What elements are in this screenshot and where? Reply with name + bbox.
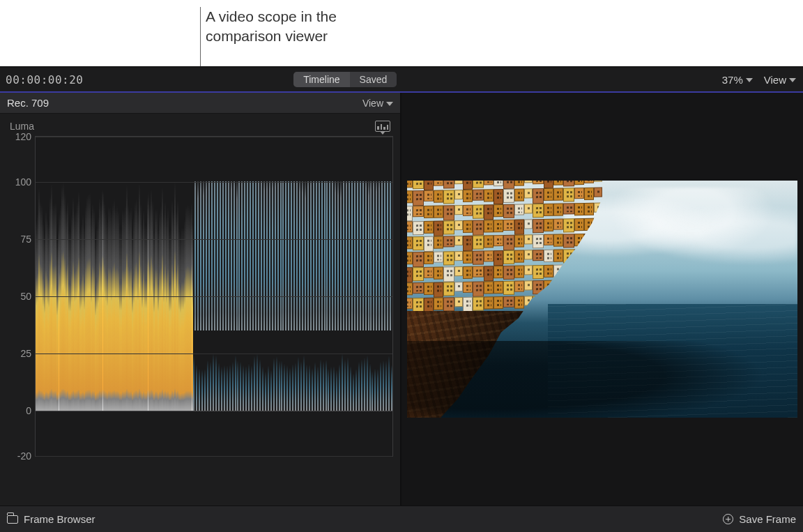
gridline xyxy=(36,239,392,240)
gridline xyxy=(36,354,392,354)
gridline xyxy=(36,137,392,137)
save-frame-label: Save Frame xyxy=(739,513,796,525)
frame-browser-label: Frame Browser xyxy=(24,513,95,525)
save-frame-button[interactable]: Save Frame xyxy=(723,513,796,525)
view-label: View xyxy=(764,74,786,86)
axis-tick-label: 50 xyxy=(20,291,31,302)
color-space-label: Rec. 709 xyxy=(7,97,49,109)
gridline xyxy=(36,411,392,411)
viewer-right-controls: 37% View xyxy=(722,74,796,86)
video-frame xyxy=(407,181,797,418)
zoom-dropdown[interactable]: 37% xyxy=(722,74,753,86)
axis-tick-label: -20 xyxy=(17,450,31,462)
chevron-down-icon xyxy=(746,78,753,82)
luma-waveform-scope: -200255075100120 xyxy=(35,136,393,457)
axis-tick-label: 120 xyxy=(15,131,31,142)
tab-timeline[interactable]: Timeline xyxy=(293,72,349,87)
view-dropdown[interactable]: View xyxy=(764,74,796,86)
viewer-panes: Rec. 709 View Luma -20025507510012 xyxy=(0,93,803,506)
viewer-titlebar: 00:00:00:20 Timeline Saved 37% View xyxy=(0,68,803,93)
scope-view-dropdown[interactable]: View xyxy=(362,98,393,109)
gridline xyxy=(36,296,392,297)
axis-tick-label: 100 xyxy=(15,176,31,188)
timecode-display: 00:00:00:20 xyxy=(6,73,131,86)
chevron-down-icon xyxy=(789,78,796,82)
gridline xyxy=(36,182,392,183)
axis-tick-label: 25 xyxy=(20,348,31,359)
frame-browser-icon xyxy=(7,515,18,524)
gridline xyxy=(36,456,392,457)
zoom-value: 37% xyxy=(722,74,743,86)
compare-mode-tabs: Timeline Saved xyxy=(293,72,397,87)
viewer-bottom-bar: Frame Browser Save Frame xyxy=(0,506,803,532)
chevron-down-icon xyxy=(386,102,393,106)
axis-tick-label: 0 xyxy=(26,405,31,416)
scope-pane: Rec. 709 View Luma -20025507510012 xyxy=(0,93,402,506)
scope-pane-header: Rec. 709 View xyxy=(0,93,400,114)
scope-name: Luma xyxy=(10,121,34,132)
plus-circle-icon xyxy=(723,514,733,524)
scope-view-label: View xyxy=(362,98,383,109)
scope-area: Luma -200255075100120 xyxy=(0,114,400,506)
shoreline-rocks xyxy=(407,341,797,418)
frame-browser-button[interactable]: Frame Browser xyxy=(7,513,95,525)
scope-settings-icon[interactable] xyxy=(375,121,390,132)
comparison-viewer-window: 00:00:00:20 Timeline Saved 37% View Rec.… xyxy=(0,66,803,532)
video-frame-pane xyxy=(402,93,803,506)
tab-saved[interactable]: Saved xyxy=(350,72,397,87)
axis-tick-label: 75 xyxy=(20,234,31,245)
callout-label: A video scope in the comparison viewer xyxy=(206,7,415,47)
